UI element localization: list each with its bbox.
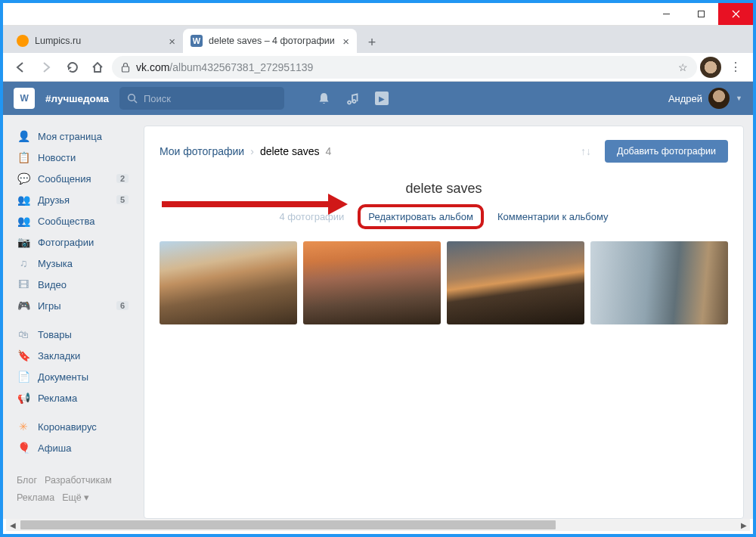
sidebar-label: Фотографии — [38, 237, 94, 248]
photo-thumbnail[interactable] — [447, 241, 584, 324]
bookmarks-icon: 🔖 — [17, 349, 30, 362]
sidebar-item-communities[interactable]: 👥Сообщества — [12, 210, 133, 231]
tab-close-button[interactable]: × — [169, 35, 175, 48]
sidebar-footer: БлогРазработчикам РекламаЕщё ▾ — [12, 472, 133, 507]
games-icon: 🎮 — [17, 300, 30, 312]
lock-icon — [121, 62, 130, 73]
window-titlebar — [3, 3, 753, 26]
events-icon: 🎈 — [17, 442, 30, 454]
browser-menu-button[interactable]: ⋮ — [724, 56, 747, 79]
photo-thumbnail[interactable] — [303, 241, 441, 324]
sidebar: 👤Моя страница 📋Новости 💬Сообщения2 👥Друз… — [12, 126, 133, 519]
notifications-bell-icon[interactable] — [318, 92, 330, 105]
favicon-lumpics-icon — [17, 35, 29, 47]
sidebar-item-market[interactable]: 🛍Товары — [12, 324, 133, 345]
sidebar-label: Реклама — [38, 393, 77, 404]
nav-forward-button[interactable] — [35, 56, 57, 79]
messages-icon: 💬 — [17, 172, 30, 185]
browser-tab-lumpics[interactable]: Lumpics.ru × — [9, 29, 183, 53]
sidebar-item-games[interactable]: 🎮Игры6 — [12, 295, 133, 316]
window-close-button[interactable] — [718, 3, 753, 25]
scroll-right-button[interactable]: ▶ — [737, 519, 750, 531]
vk-page-body: 👤Моя страница 📋Новости 💬Сообщения2 👥Друз… — [3, 115, 753, 519]
sidebar-item-ads[interactable]: 📢Реклама — [12, 387, 133, 408]
vk-username: Андрей — [668, 93, 702, 104]
badge: 6 — [116, 301, 129, 310]
footer-more-link[interactable]: Ещё ▾ — [62, 492, 89, 503]
sidebar-label: Закладки — [38, 350, 80, 362]
sidebar-item-video[interactable]: 🎞Видео — [12, 274, 133, 295]
sidebar-item-friends[interactable]: 👥Друзья5 — [12, 189, 133, 210]
nav-back-button[interactable] — [9, 56, 32, 79]
footer-blog-link[interactable]: Блог — [17, 475, 37, 486]
vk-logo-icon[interactable]: W — [14, 88, 35, 109]
sidebar-label: Музыка — [38, 258, 73, 269]
chevron-right-icon: › — [250, 145, 254, 157]
window-maximize-button[interactable] — [683, 3, 718, 25]
badge: 2 — [116, 174, 129, 183]
news-icon: 📋 — [17, 151, 30, 163]
footer-dev-link[interactable]: Разработчикам — [45, 475, 112, 486]
scroll-left-button[interactable]: ◀ — [6, 519, 19, 531]
album-comments-link[interactable]: Комментарии к альбому — [497, 211, 609, 222]
breadcrumb-root-link[interactable]: Мои фотографии — [160, 145, 244, 157]
vk-user-avatar-icon — [708, 88, 730, 109]
profile-avatar-button[interactable] — [700, 57, 721, 78]
breadcrumb-album: delete saves — [260, 145, 320, 157]
sidebar-item-bookmarks[interactable]: 🔖Закладки — [12, 345, 133, 366]
photos-icon: 📷 — [17, 236, 30, 248]
sidebar-label: Сообщения — [38, 173, 91, 185]
sidebar-label: Новости — [38, 152, 76, 163]
profile-icon: 👤 — [17, 130, 30, 142]
photo-thumbnail[interactable] — [160, 241, 297, 324]
ads-icon: 📢 — [17, 392, 30, 404]
sidebar-item-events[interactable]: 🎈Афиша — [12, 437, 133, 458]
search-placeholder: Поиск — [144, 93, 171, 104]
badge: 5 — [116, 195, 129, 204]
sidebar-label: Коронавирус — [38, 421, 97, 433]
sidebar-label: Друзья — [38, 194, 70, 206]
tab-close-button[interactable]: × — [342, 35, 349, 48]
video-icon: 🎞 — [17, 278, 30, 290]
play-button-icon[interactable]: ▶ — [375, 92, 389, 105]
photo-thumbnail[interactable] — [590, 241, 728, 324]
svg-rect-1 — [698, 11, 704, 17]
documents-icon: 📄 — [17, 371, 30, 383]
communities-icon: 👥 — [17, 215, 30, 227]
sidebar-item-music[interactable]: ♫Музыка — [12, 253, 133, 274]
window-minimize-button[interactable] — [649, 3, 683, 25]
favicon-vk-icon: W — [191, 35, 203, 47]
url-text: vk.com/album432567381_272951139 — [136, 61, 313, 73]
annotation-arrow — [162, 194, 348, 215]
browser-tab-vk[interactable]: W delete saves – 4 фотографии × — [183, 29, 357, 53]
vk-search-input[interactable]: Поиск — [119, 87, 284, 110]
breadcrumb: Мои фотографии › delete saves 4 — [160, 145, 331, 157]
sidebar-item-messages[interactable]: 💬Сообщения2 — [12, 168, 133, 189]
svg-rect-4 — [122, 67, 129, 72]
footer-ads-link[interactable]: Реклама — [17, 492, 54, 503]
sidebar-item-profile[interactable]: 👤Моя страница — [12, 126, 133, 147]
nav-reload-button[interactable] — [60, 56, 83, 79]
vk-tagline[interactable]: #лучшедома — [45, 93, 109, 104]
photo-grid — [160, 241, 728, 324]
nav-home-button[interactable] — [86, 56, 109, 79]
new-tab-button[interactable]: + — [361, 32, 383, 53]
sort-icon[interactable]: ↑↓ — [581, 145, 591, 157]
sidebar-label: Игры — [38, 300, 61, 312]
horizontal-scrollbar[interactable]: ◀ ▶ — [6, 519, 750, 531]
sidebar-item-news[interactable]: 📋Новости — [12, 147, 133, 168]
sidebar-item-photos[interactable]: 📷Фотографии — [12, 231, 133, 253]
music-note-icon[interactable] — [347, 92, 358, 105]
vk-header-icons: ▶ — [318, 92, 389, 105]
add-photos-button[interactable]: Добавить фотографии — [605, 140, 728, 163]
scroll-thumb[interactable] — [20, 520, 556, 529]
address-bar[interactable]: vk.com/album432567381_272951139 ☆ — [112, 56, 697, 79]
breadcrumb-count: 4 — [325, 145, 331, 157]
vk-user-menu[interactable]: Андрей ▼ — [668, 88, 742, 109]
bookmark-star-icon[interactable]: ☆ — [678, 61, 688, 73]
search-icon — [127, 93, 138, 104]
sidebar-item-covid[interactable]: ✳Коронавирус — [12, 416, 133, 437]
tab-title: delete saves – 4 фотографии — [209, 36, 336, 46]
sidebar-item-documents[interactable]: 📄Документы — [12, 366, 133, 387]
edit-album-link[interactable]: Редактировать альбом — [358, 204, 484, 229]
